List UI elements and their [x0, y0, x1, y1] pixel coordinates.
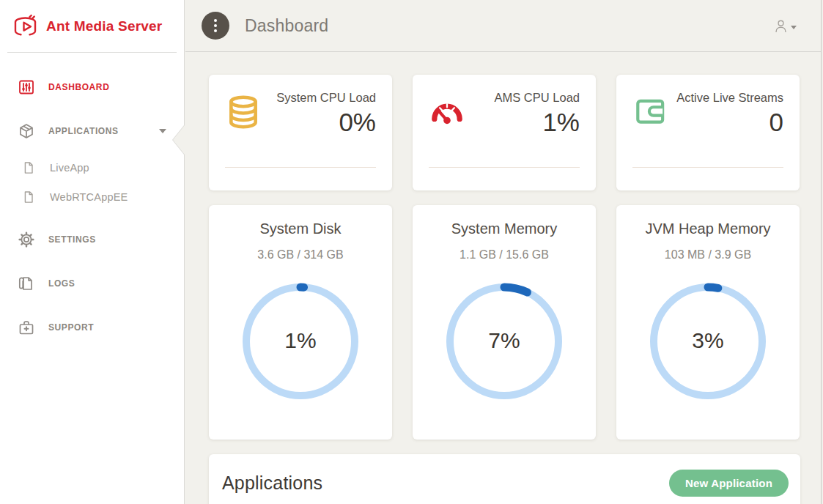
- logs-icon: [18, 275, 35, 292]
- chevron-down-icon: [791, 26, 797, 29]
- sidebar-item-label: SUPPORT: [48, 322, 94, 333]
- main-area: Dashboard System CPU Load 0%: [185, 0, 823, 504]
- sidebar-nav: DASHBOARD APPLICATIONS LiveApp WebRTC: [0, 53, 184, 349]
- sidebar-item-label: DASHBOARD: [48, 82, 109, 92]
- donut-gauge: 3%: [646, 279, 770, 404]
- gauge-percent: 7%: [442, 328, 566, 353]
- stat-label: System CPU Load: [262, 89, 376, 105]
- sidebar-item-settings[interactable]: SETTINGS: [0, 218, 184, 262]
- sidebar-item-label: WebRTCAppEE: [50, 191, 128, 203]
- gauge-percent: 1%: [238, 328, 363, 353]
- kebab-dot: [214, 29, 217, 32]
- gauge-card-row: System Disk 3.6 GB / 314 GB 1% System Me…: [209, 205, 800, 440]
- sidebar-item-dashboard[interactable]: DASHBOARD: [0, 65, 184, 109]
- stat-card-system-cpu: System CPU Load 0%: [209, 75, 392, 190]
- file-icon: [21, 190, 36, 204]
- donut-gauge: 7%: [442, 279, 566, 404]
- new-application-button[interactable]: New Application: [669, 470, 789, 497]
- stat-label: Active Live Streams: [669, 89, 783, 105]
- user-menu[interactable]: [773, 18, 797, 34]
- kebab-dot: [214, 19, 217, 22]
- gauge-card-system-memory: System Memory 1.1 GB / 15.6 GB 7%: [413, 205, 596, 440]
- stat-card-ams-cpu: AMS CPU Load 1%: [413, 75, 596, 190]
- support-icon: [18, 319, 35, 336]
- stat-label: AMS CPU Load: [465, 89, 580, 105]
- chevron-down-icon[interactable]: [159, 129, 166, 133]
- gauge-subtitle: 1.1 GB / 15.6 GB: [413, 248, 596, 262]
- brand-name: Ant Media Server: [46, 18, 162, 34]
- settings-icon: [18, 231, 35, 248]
- card-divider: [632, 167, 783, 168]
- card-divider: [225, 167, 376, 168]
- page-title: Dashboard: [245, 16, 328, 36]
- gauge-subtitle: 103 MB / 3.9 GB: [616, 248, 800, 262]
- gauge-card-jvm-heap: JVM Heap Memory 103 MB / 3.9 GB 3%: [616, 205, 800, 440]
- donut-gauge: 1%: [238, 279, 363, 404]
- sidebar-item-label: APPLICATIONS: [48, 126, 119, 136]
- gauge-title: JVM Heap Memory: [616, 220, 800, 237]
- brand-logo[interactable]: Ant Media Server: [0, 0, 184, 52]
- applications-panel: Applications New Application: [209, 454, 800, 504]
- gauge-title: System Disk: [209, 220, 392, 237]
- stat-value: 0%: [262, 108, 376, 137]
- gauge-card-system-disk: System Disk 3.6 GB / 314 GB 1%: [209, 205, 392, 440]
- sidebar-item-label: SETTINGS: [48, 234, 96, 245]
- stat-value: 0: [669, 108, 783, 137]
- stat-card-row: System CPU Load 0% AMS CPU Load 1%: [209, 75, 800, 190]
- sidebar-item-logs[interactable]: LOGS: [0, 262, 184, 305]
- user-icon: [773, 18, 789, 34]
- stat-value: 1%: [465, 108, 580, 137]
- stat-card-active-streams: Active Live Streams 0: [616, 75, 800, 190]
- ant-media-logo-icon: [11, 12, 40, 41]
- sidebar-item-liveapp[interactable]: LiveApp: [0, 153, 184, 182]
- applications-panel-title: Applications: [222, 472, 322, 494]
- sidebar-item-label: LOGS: [48, 278, 75, 289]
- kebab-dot: [214, 24, 217, 27]
- card-divider: [429, 167, 580, 168]
- dashboard-icon: [18, 78, 35, 96]
- database-icon: [225, 94, 262, 130]
- kebab-menu-button[interactable]: [202, 12, 229, 40]
- wallet-icon: [632, 94, 669, 130]
- gauge-subtitle: 3.6 GB / 314 GB: [209, 248, 392, 262]
- dashboard-content: System CPU Load 0% AMS CPU Load 1%: [185, 52, 823, 504]
- speedometer-icon: [429, 94, 465, 130]
- gauge-title: System Memory: [413, 220, 596, 237]
- sidebar-item-label: LiveApp: [50, 162, 89, 174]
- file-icon: [21, 160, 36, 175]
- sidebar: Ant Media Server DASHBOARD APPLICATIONS: [0, 0, 185, 504]
- sidebar-item-applications[interactable]: APPLICATIONS: [0, 109, 184, 153]
- sidebar-item-support[interactable]: SUPPORT: [0, 305, 184, 349]
- applications-icon: [18, 122, 35, 140]
- gauge-percent: 3%: [646, 328, 770, 353]
- top-header: Dashboard: [185, 0, 823, 52]
- sidebar-item-webrtcappee[interactable]: WebRTCAppEE: [0, 182, 184, 212]
